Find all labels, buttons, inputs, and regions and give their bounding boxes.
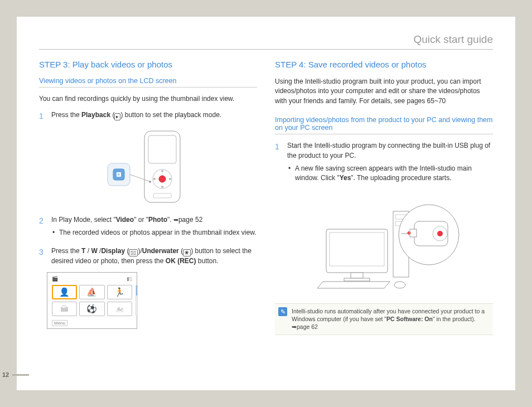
svg-point-4	[161, 170, 163, 172]
svg-rect-1	[148, 135, 176, 163]
svg-rect-15	[351, 273, 363, 278]
svg-point-7	[169, 178, 171, 180]
step3-item-1: 1 Press the Playback (▸) button to set t…	[39, 110, 257, 122]
step3-list-cont: 2 In Play Mode, select "Video" or "Photo…	[39, 215, 257, 267]
display-icon: ▯▯	[129, 249, 138, 256]
thumbnail-cell: ⚽	[79, 302, 104, 316]
bullet: The recorded videos or photos appear in …	[51, 228, 257, 238]
svg-point-12	[149, 181, 151, 183]
pc-connection-illustration	[275, 195, 493, 291]
thumbnail-cell: 👤	[52, 285, 77, 299]
menu-label: Menu	[52, 320, 67, 326]
step3-item-3: 3 Press the T / W /Display (▯▯)/Underwat…	[39, 246, 257, 266]
step3-intro: You can find recordings quickly by using…	[39, 94, 257, 104]
manual-page: Quick start guide STEP 3: Play back vide…	[17, 17, 515, 390]
svg-rect-14	[330, 232, 384, 266]
underwater-icon: ❀	[183, 249, 191, 256]
svg-point-6	[153, 178, 156, 180]
thumbnail-view-illustration: 🎬 ▮▯ 👤 ⛵ 🏃 🏔 ⚽ 🏍 Menu	[47, 272, 257, 329]
info-note: ✎ Intelli-studio runs automatically afte…	[275, 303, 493, 335]
playback-icon: ▸	[114, 113, 120, 120]
step3-item-2: 2 In Play Mode, select "Video" or "Photo…	[39, 215, 257, 241]
svg-point-3	[159, 176, 166, 182]
right-column: STEP 4: Save recorded videos or photos U…	[275, 60, 493, 335]
device-illustration	[39, 128, 257, 207]
thumbnail-cell: 🏔	[52, 302, 77, 316]
svg-point-17	[394, 282, 405, 288]
arrow-icon: ➥	[292, 323, 297, 330]
svg-point-5	[161, 186, 163, 188]
svg-point-24	[437, 231, 443, 236]
step4-item-1: 1 Start the Intelli-studio program by co…	[275, 141, 493, 187]
arrow-icon: ➥	[173, 216, 178, 223]
svg-rect-16	[344, 278, 370, 281]
video-mode-icon: 🎬	[52, 276, 58, 282]
list-number: 2	[39, 215, 46, 241]
thumbnail-cell: ⛵	[79, 285, 104, 299]
left-column: STEP 3: Play back videos or photos Viewi…	[39, 60, 257, 335]
page-number: 12	[2, 371, 29, 378]
battery-icon: ▮▯	[127, 276, 132, 282]
thumbnail-cell: 🏃	[107, 285, 132, 299]
list-number: 1	[39, 110, 46, 122]
scrollbar	[136, 285, 138, 316]
thumbnail-cell: 🏍	[107, 302, 132, 316]
step3-list: 1 Press the Playback (▸) button to set t…	[39, 110, 257, 122]
list-number: 1	[275, 141, 282, 187]
step3-heading: STEP 3: Play back videos or photos	[39, 60, 257, 69]
step3-subhead: Viewing videos or photos on the LCD scre…	[39, 77, 257, 88]
step4-subhead: Importing videos/photos from the product…	[275, 116, 493, 134]
content-columns: STEP 3: Play back videos or photos Viewi…	[39, 60, 493, 335]
list-number: 3	[39, 246, 46, 266]
info-icon: ✎	[278, 307, 287, 316]
page-title: Quick start guide	[39, 33, 493, 50]
step4-intro: Using the Intelli-studio program built i…	[275, 77, 493, 106]
step4-heading: STEP 4: Save recorded videos or photos	[275, 60, 493, 69]
step4-list: 1 Start the Intelli-studio program by co…	[275, 141, 493, 187]
bullet: A new file saving screen appears with th…	[287, 164, 493, 183]
